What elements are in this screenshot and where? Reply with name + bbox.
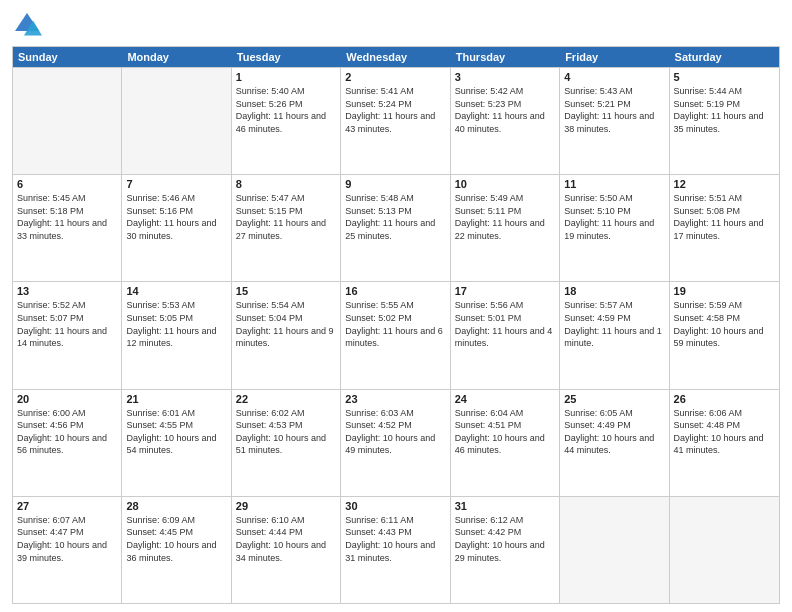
calendar-cell: 26Sunrise: 6:06 AM Sunset: 4:48 PM Dayli… [670,390,779,496]
calendar-cell: 1Sunrise: 5:40 AM Sunset: 5:26 PM Daylig… [232,68,341,174]
header-day-wednesday: Wednesday [341,47,450,67]
calendar-cell: 6Sunrise: 5:45 AM Sunset: 5:18 PM Daylig… [13,175,122,281]
calendar-cell: 19Sunrise: 5:59 AM Sunset: 4:58 PM Dayli… [670,282,779,388]
cell-info: Sunrise: 6:12 AM Sunset: 4:42 PM Dayligh… [455,514,555,564]
calendar-cell [560,497,669,603]
cell-info: Sunrise: 6:06 AM Sunset: 4:48 PM Dayligh… [674,407,775,457]
day-number: 1 [236,71,336,83]
day-number: 22 [236,393,336,405]
day-number: 16 [345,285,445,297]
day-number: 15 [236,285,336,297]
header-day-saturday: Saturday [670,47,779,67]
cell-info: Sunrise: 5:47 AM Sunset: 5:15 PM Dayligh… [236,192,336,242]
cell-info: Sunrise: 6:02 AM Sunset: 4:53 PM Dayligh… [236,407,336,457]
cell-info: Sunrise: 5:54 AM Sunset: 5:04 PM Dayligh… [236,299,336,349]
day-number: 17 [455,285,555,297]
cell-info: Sunrise: 5:43 AM Sunset: 5:21 PM Dayligh… [564,85,664,135]
cell-info: Sunrise: 5:44 AM Sunset: 5:19 PM Dayligh… [674,85,775,135]
day-number: 27 [17,500,117,512]
cell-info: Sunrise: 5:51 AM Sunset: 5:08 PM Dayligh… [674,192,775,242]
day-number: 29 [236,500,336,512]
calendar-body: 1Sunrise: 5:40 AM Sunset: 5:26 PM Daylig… [13,67,779,603]
calendar-cell: 7Sunrise: 5:46 AM Sunset: 5:16 PM Daylig… [122,175,231,281]
cell-info: Sunrise: 6:09 AM Sunset: 4:45 PM Dayligh… [126,514,226,564]
day-number: 18 [564,285,664,297]
day-number: 7 [126,178,226,190]
header-day-tuesday: Tuesday [232,47,341,67]
calendar-row-0: 1Sunrise: 5:40 AM Sunset: 5:26 PM Daylig… [13,67,779,174]
cell-info: Sunrise: 5:50 AM Sunset: 5:10 PM Dayligh… [564,192,664,242]
calendar-cell: 9Sunrise: 5:48 AM Sunset: 5:13 PM Daylig… [341,175,450,281]
calendar-row-2: 13Sunrise: 5:52 AM Sunset: 5:07 PM Dayli… [13,281,779,388]
cell-info: Sunrise: 5:59 AM Sunset: 4:58 PM Dayligh… [674,299,775,349]
cell-info: Sunrise: 6:00 AM Sunset: 4:56 PM Dayligh… [17,407,117,457]
header [12,10,780,40]
calendar-cell: 16Sunrise: 5:55 AM Sunset: 5:02 PM Dayli… [341,282,450,388]
calendar-cell: 11Sunrise: 5:50 AM Sunset: 5:10 PM Dayli… [560,175,669,281]
calendar-cell: 4Sunrise: 5:43 AM Sunset: 5:21 PM Daylig… [560,68,669,174]
calendar-cell: 14Sunrise: 5:53 AM Sunset: 5:05 PM Dayli… [122,282,231,388]
calendar-cell: 25Sunrise: 6:05 AM Sunset: 4:49 PM Dayli… [560,390,669,496]
cell-info: Sunrise: 5:52 AM Sunset: 5:07 PM Dayligh… [17,299,117,349]
day-number: 11 [564,178,664,190]
calendar-cell: 30Sunrise: 6:11 AM Sunset: 4:43 PM Dayli… [341,497,450,603]
cell-info: Sunrise: 5:42 AM Sunset: 5:23 PM Dayligh… [455,85,555,135]
calendar-cell: 28Sunrise: 6:09 AM Sunset: 4:45 PM Dayli… [122,497,231,603]
calendar-cell: 8Sunrise: 5:47 AM Sunset: 5:15 PM Daylig… [232,175,341,281]
header-day-thursday: Thursday [451,47,560,67]
day-number: 26 [674,393,775,405]
calendar-cell: 20Sunrise: 6:00 AM Sunset: 4:56 PM Dayli… [13,390,122,496]
day-number: 6 [17,178,117,190]
cell-info: Sunrise: 6:10 AM Sunset: 4:44 PM Dayligh… [236,514,336,564]
cell-info: Sunrise: 5:48 AM Sunset: 5:13 PM Dayligh… [345,192,445,242]
calendar-cell: 2Sunrise: 5:41 AM Sunset: 5:24 PM Daylig… [341,68,450,174]
day-number: 9 [345,178,445,190]
page-container: SundayMondayTuesdayWednesdayThursdayFrid… [0,0,792,612]
cell-info: Sunrise: 5:40 AM Sunset: 5:26 PM Dayligh… [236,85,336,135]
cell-info: Sunrise: 5:46 AM Sunset: 5:16 PM Dayligh… [126,192,226,242]
day-number: 2 [345,71,445,83]
calendar-row-4: 27Sunrise: 6:07 AM Sunset: 4:47 PM Dayli… [13,496,779,603]
day-number: 20 [17,393,117,405]
logo-icon [12,10,42,40]
day-number: 25 [564,393,664,405]
cell-info: Sunrise: 6:01 AM Sunset: 4:55 PM Dayligh… [126,407,226,457]
calendar-cell: 29Sunrise: 6:10 AM Sunset: 4:44 PM Dayli… [232,497,341,603]
calendar-row-3: 20Sunrise: 6:00 AM Sunset: 4:56 PM Dayli… [13,389,779,496]
day-number: 10 [455,178,555,190]
cell-info: Sunrise: 5:56 AM Sunset: 5:01 PM Dayligh… [455,299,555,349]
logo [12,10,46,40]
calendar-cell: 22Sunrise: 6:02 AM Sunset: 4:53 PM Dayli… [232,390,341,496]
day-number: 23 [345,393,445,405]
calendar-cell: 18Sunrise: 5:57 AM Sunset: 4:59 PM Dayli… [560,282,669,388]
calendar-cell: 15Sunrise: 5:54 AM Sunset: 5:04 PM Dayli… [232,282,341,388]
calendar-row-1: 6Sunrise: 5:45 AM Sunset: 5:18 PM Daylig… [13,174,779,281]
header-day-monday: Monday [122,47,231,67]
cell-info: Sunrise: 6:04 AM Sunset: 4:51 PM Dayligh… [455,407,555,457]
day-number: 24 [455,393,555,405]
cell-info: Sunrise: 5:45 AM Sunset: 5:18 PM Dayligh… [17,192,117,242]
calendar-cell [670,497,779,603]
calendar-cell [13,68,122,174]
day-number: 12 [674,178,775,190]
calendar: SundayMondayTuesdayWednesdayThursdayFrid… [12,46,780,604]
day-number: 31 [455,500,555,512]
day-number: 14 [126,285,226,297]
calendar-cell: 23Sunrise: 6:03 AM Sunset: 4:52 PM Dayli… [341,390,450,496]
calendar-cell: 27Sunrise: 6:07 AM Sunset: 4:47 PM Dayli… [13,497,122,603]
day-number: 30 [345,500,445,512]
calendar-cell: 13Sunrise: 5:52 AM Sunset: 5:07 PM Dayli… [13,282,122,388]
cell-info: Sunrise: 6:07 AM Sunset: 4:47 PM Dayligh… [17,514,117,564]
cell-info: Sunrise: 6:03 AM Sunset: 4:52 PM Dayligh… [345,407,445,457]
day-number: 19 [674,285,775,297]
calendar-cell: 10Sunrise: 5:49 AM Sunset: 5:11 PM Dayli… [451,175,560,281]
day-number: 21 [126,393,226,405]
calendar-cell: 21Sunrise: 6:01 AM Sunset: 4:55 PM Dayli… [122,390,231,496]
cell-info: Sunrise: 5:57 AM Sunset: 4:59 PM Dayligh… [564,299,664,349]
cell-info: Sunrise: 5:41 AM Sunset: 5:24 PM Dayligh… [345,85,445,135]
header-day-sunday: Sunday [13,47,122,67]
cell-info: Sunrise: 5:49 AM Sunset: 5:11 PM Dayligh… [455,192,555,242]
calendar-cell: 12Sunrise: 5:51 AM Sunset: 5:08 PM Dayli… [670,175,779,281]
calendar-header: SundayMondayTuesdayWednesdayThursdayFrid… [13,47,779,67]
calendar-cell: 3Sunrise: 5:42 AM Sunset: 5:23 PM Daylig… [451,68,560,174]
